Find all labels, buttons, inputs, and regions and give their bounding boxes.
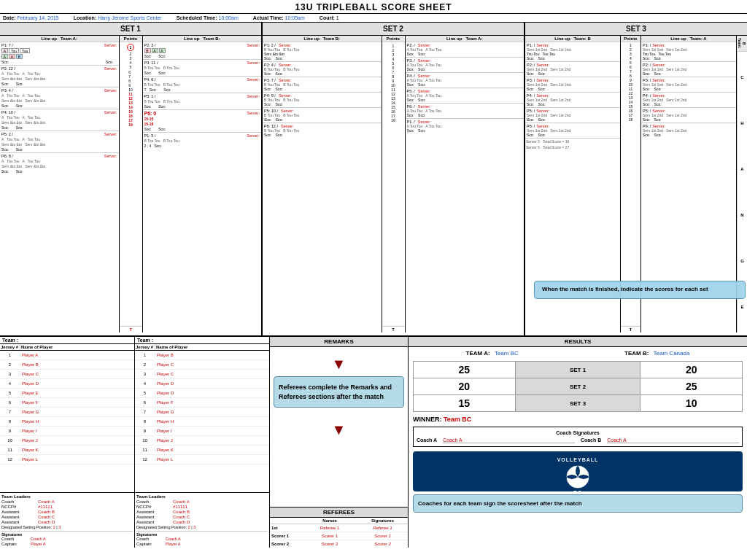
set1-player-a4: P4: 10 /Server: A Tou Tou A Tou Tou Serv… (0, 109, 119, 131)
rosters-section: Team : Team : Jersey # Name of Player (0, 337, 270, 548)
roster-players: 1Player A 2Player B 3Player C 4Player D … (0, 351, 269, 492)
winner-row: WINNER: Team BC (413, 416, 743, 423)
callout-referees: Referees complete the Remarks and Refere… (274, 376, 404, 408)
set1-lineup-a: Line up Team A: (0, 36, 119, 42)
results-team-a: TEAM A: Team BC (466, 350, 519, 357)
set2-label: SET 2 (515, 378, 640, 395)
volleyball-bc-logo-area: VOLLEYBALL BC (413, 451, 743, 491)
set1-score-a: 25 (414, 362, 516, 378)
remarks-referees-area: REMARKS ▼ ▼ ▼ Referees complete the Rema… (270, 337, 409, 548)
sets-row: SET 1 Line up Team A: P1: 7 /Server: (0, 23, 747, 336)
set3-label: SET 3 (515, 395, 640, 412)
set3-server5-total: Server 5 · Total Score = 27 (525, 144, 620, 150)
results-table: 25 SET 1 20 20 SET 2 25 15 SET 3 10 (413, 361, 743, 412)
set2-points-col: Points 12345 678910 1112131415 161718 T (382, 36, 406, 332)
results-section: RESULTS TEAM A: Team BC TEAM B: Team Can… (409, 337, 747, 548)
roster-col-headers: Jersey # Name of Player Jersey # Name of… (0, 344, 269, 351)
bottom-section: Team : Team : Jersey # Name of Player (0, 336, 747, 548)
coach-sigs-box: Coach Signatures Coach A Coach A Coach B… (413, 427, 743, 447)
set3-block: SET 3 Line up Team: B P1: /Server:Serv 1… (525, 23, 747, 335)
coach-sigs-row: Coach A Coach A Coach B Coach A (417, 438, 739, 443)
scorer2-row: Scorer 2 Scorer 2 Scorer 2 (270, 540, 408, 548)
set3-title: SET 3 (525, 23, 747, 36)
roster-team-headers: Team : Team : (0, 337, 269, 344)
set3-server3-total: Server 3 · Total Score = 16 (525, 138, 620, 144)
set1-player-a1: P1: 7 /Server: A Tou Toa A A (0, 42, 119, 66)
set1-label: SET 1 (515, 362, 640, 378)
callout-coaches: Coaches for each team sign the scoreshee… (413, 494, 743, 513)
set1-player-a5: P5: 2 /Server: A Tou Tou A Tou Tou Serv … (0, 131, 119, 153)
scorer1-row: Scorer 1 Scorer 1 Scorer 1 (270, 532, 408, 540)
referee-col-headers: Names Signatures (270, 518, 408, 524)
header-row: Date: February 14, 2015 Location: Harry … (0, 13, 747, 23)
set2-score-a: 20 (414, 378, 516, 395)
results-body: TEAM A: Team BC TEAM B: Team Canada 25 S… (409, 347, 747, 516)
set1-player-a6: P6: 8 /Server: A Tou Tou A Tou Tou Serv … (0, 153, 119, 174)
remarks-body: ▼ ▼ ▼ Referees complete the Remarks and … (270, 347, 408, 507)
set1-player-a3: P3: 4 /Server: A Tou Tou A Tou Tou Serv … (0, 88, 119, 109)
volleyball-icon (565, 464, 591, 490)
page-title: 13U TRIPLEBALL SCORE SHEET (0, 0, 747, 13)
remarks-title: REMARKS (270, 337, 408, 347)
results-team-b: TEAM B: Team Canada (624, 350, 689, 357)
date-field: Date: February 14, 2015 (3, 15, 59, 20)
set3-score-a: 15 (414, 395, 516, 412)
set1-points-col: Points 1 2345 678910 1112131415161718 T (120, 36, 143, 332)
referees-section: REFEREES Names Signatures 1st Referee 1 … (270, 507, 408, 548)
set2-title: SET 2 (263, 23, 524, 36)
scheduled-time-field: Scheduled Time: 10:00am (177, 15, 239, 20)
arrow-down-3: ▼ (332, 421, 347, 438)
coaches-area: Team Leaders CoachCoach A NCCP##11111 As… (0, 492, 269, 548)
set1-title: SET 1 (0, 23, 261, 36)
set1-block: SET 1 Line up Team A: P1: 7 /Server: (0, 23, 263, 335)
set2-score-b: 25 (640, 378, 743, 395)
arrow-down-1: ▼ (332, 356, 347, 373)
results-title: RESULTS (409, 337, 747, 347)
location-field: Location: Harry Jerome Sports Center (74, 15, 162, 20)
referee-1st-row: 1st Referee 1 Referee 1 (270, 524, 408, 532)
set1-score-b: 20 (640, 362, 743, 378)
set2-team-a-area: Line up Team A: P2: /Server:A Tou Toa A … (406, 36, 525, 332)
referees-title: REFEREES (270, 508, 408, 518)
court-field: Court: 1 (320, 15, 339, 20)
callout-set-scores: When the match is finished, indicate the… (534, 281, 746, 299)
page-wrapper: 13U TRIPLEBALL SCORE SHEET Date: Februar… (0, 0, 747, 548)
set2-block: SET 2 Line up Team B: P1: 2 /Server:B To… (263, 23, 525, 335)
set1-player-a2: P2: 12 /Server: A Tou Tou A Tou Tou Serv… (0, 66, 119, 88)
set1-team-b-area: Line up Team B: P2: 3 /Server: B A A (143, 36, 262, 332)
set3-score-b: 10 (640, 395, 743, 412)
results-teams-row: TEAM A: Team BC TEAM B: Team Canada (413, 350, 743, 357)
actual-time-field: Actual Time: 10:05am (253, 15, 305, 20)
